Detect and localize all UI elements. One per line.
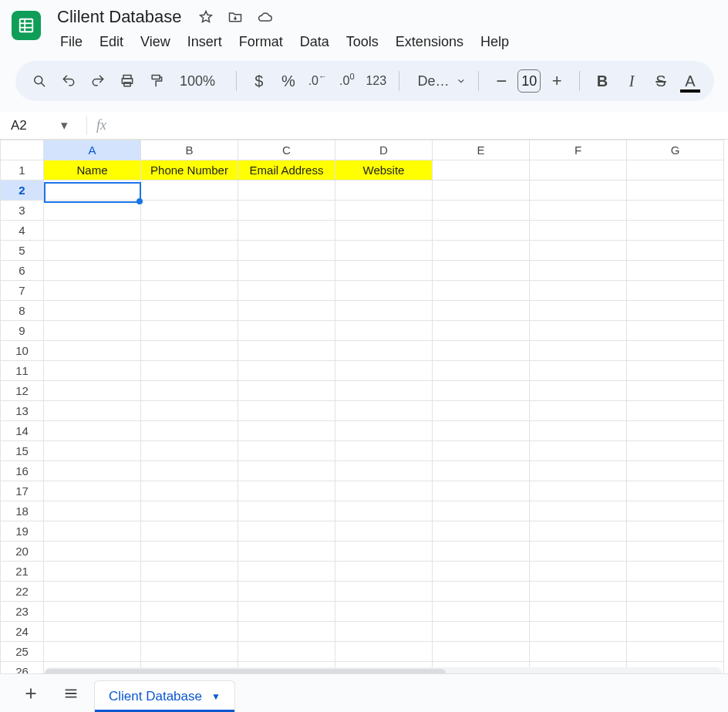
cell-B16[interactable]: [141, 461, 238, 481]
cell-D18[interactable]: [335, 501, 433, 521]
cell-B10[interactable]: [141, 341, 238, 361]
cell-A1[interactable]: Name: [44, 160, 141, 181]
cell-G18[interactable]: [627, 501, 724, 521]
row-header-12[interactable]: 12: [1, 381, 44, 401]
cell-C7[interactable]: [238, 281, 335, 301]
cell-A22[interactable]: [44, 582, 141, 602]
menu-view[interactable]: View: [133, 31, 178, 53]
cell-C14[interactable]: [238, 421, 335, 441]
redo-icon[interactable]: [85, 68, 111, 94]
cell-D8[interactable]: [335, 301, 433, 321]
row-header-6[interactable]: 6: [1, 261, 44, 281]
cell-A2[interactable]: [44, 181, 141, 201]
menu-data[interactable]: Data: [292, 31, 337, 53]
menu-insert[interactable]: Insert: [180, 31, 230, 53]
cell-G15[interactable]: [627, 441, 724, 461]
bold-icon[interactable]: B: [589, 68, 615, 94]
cell-F23[interactable]: [530, 602, 627, 622]
cell-G7[interactable]: [627, 281, 724, 301]
cell-D5[interactable]: [335, 241, 433, 261]
cell-B15[interactable]: [141, 441, 238, 461]
cell-C9[interactable]: [238, 321, 335, 341]
cell-C24[interactable]: [238, 622, 335, 642]
row-header-13[interactable]: 13: [1, 401, 44, 421]
menu-help[interactable]: Help: [473, 31, 517, 53]
cell-D1[interactable]: Website: [335, 160, 433, 181]
cell-D10[interactable]: [335, 341, 433, 361]
cell-F5[interactable]: [530, 241, 627, 261]
all-sheets-button[interactable]: [54, 677, 88, 710]
cell-G8[interactable]: [627, 301, 724, 321]
cell-E12[interactable]: [433, 381, 530, 401]
cell-B14[interactable]: [141, 421, 238, 441]
cell-E15[interactable]: [433, 441, 530, 461]
menu-tools[interactable]: Tools: [339, 31, 386, 53]
cell-A12[interactable]: [44, 381, 141, 401]
cell-F20[interactable]: [530, 542, 627, 562]
cell-B11[interactable]: [141, 361, 238, 381]
add-sheet-button[interactable]: [14, 677, 48, 710]
cell-A11[interactable]: [44, 361, 141, 381]
cell-B8[interactable]: [141, 301, 238, 321]
cell-D12[interactable]: [335, 381, 433, 401]
cell-C17[interactable]: [238, 481, 335, 501]
cell-F15[interactable]: [530, 441, 627, 461]
cell-A19[interactable]: [44, 521, 141, 542]
cell-F11[interactable]: [530, 361, 627, 381]
cell-E2[interactable]: [433, 181, 530, 201]
decrease-decimal-icon[interactable]: .0←: [305, 68, 331, 94]
cell-E3[interactable]: [433, 201, 530, 221]
cell-D7[interactable]: [335, 281, 433, 301]
cell-G3[interactable]: [627, 201, 724, 221]
cell-A23[interactable]: [44, 602, 141, 622]
doc-title[interactable]: Clilent Database: [52, 5, 186, 29]
cell-A16[interactable]: [44, 461, 141, 481]
cell-B5[interactable]: [141, 241, 238, 261]
menu-extensions[interactable]: Extensions: [388, 31, 471, 53]
cell-C19[interactable]: [238, 521, 335, 542]
col-header-A[interactable]: A: [44, 140, 141, 160]
cell-F17[interactable]: [530, 481, 627, 501]
move-to-folder-icon[interactable]: [226, 8, 244, 26]
font-dropdown[interactable]: Defaul…: [409, 68, 470, 94]
cell-D23[interactable]: [335, 602, 433, 622]
cell-E22[interactable]: [433, 582, 530, 602]
cell-E13[interactable]: [433, 401, 530, 421]
row-header-9[interactable]: 9: [1, 321, 44, 341]
cell-G12[interactable]: [627, 381, 724, 401]
cell-B22[interactable]: [141, 582, 238, 602]
cell-D4[interactable]: [335, 221, 433, 241]
row-header-24[interactable]: 24: [1, 622, 44, 642]
row-header-1[interactable]: 1: [1, 160, 44, 181]
cell-C12[interactable]: [238, 381, 335, 401]
row-header-4[interactable]: 4: [1, 221, 44, 241]
font-size-input[interactable]: 10: [517, 69, 541, 93]
cell-F16[interactable]: [530, 461, 627, 481]
cell-A8[interactable]: [44, 301, 141, 321]
cell-D24[interactable]: [335, 622, 433, 642]
cell-F10[interactable]: [530, 341, 627, 361]
cell-G10[interactable]: [627, 341, 724, 361]
formula-bar-input[interactable]: [106, 112, 728, 139]
cell-C3[interactable]: [238, 201, 335, 221]
row-header-19[interactable]: 19: [1, 521, 44, 542]
cell-C20[interactable]: [238, 542, 335, 562]
cell-G19[interactable]: [627, 521, 724, 542]
cell-D20[interactable]: [335, 542, 433, 562]
row-header-14[interactable]: 14: [1, 421, 44, 441]
cell-B23[interactable]: [141, 602, 238, 622]
cell-G1[interactable]: [627, 160, 724, 181]
format-currency-icon[interactable]: $: [246, 68, 272, 94]
zoom-dropdown[interactable]: 100%: [173, 68, 227, 94]
cell-B4[interactable]: [141, 221, 238, 241]
cell-G4[interactable]: [627, 221, 724, 241]
cell-G21[interactable]: [627, 562, 724, 582]
cell-B12[interactable]: [141, 381, 238, 401]
format-percent-icon[interactable]: %: [275, 68, 302, 94]
cell-A18[interactable]: [44, 501, 141, 521]
cell-F13[interactable]: [530, 401, 627, 421]
row-header-22[interactable]: 22: [1, 582, 44, 602]
cell-E5[interactable]: [433, 241, 530, 261]
cell-G25[interactable]: [627, 642, 724, 662]
cell-E21[interactable]: [433, 562, 530, 582]
